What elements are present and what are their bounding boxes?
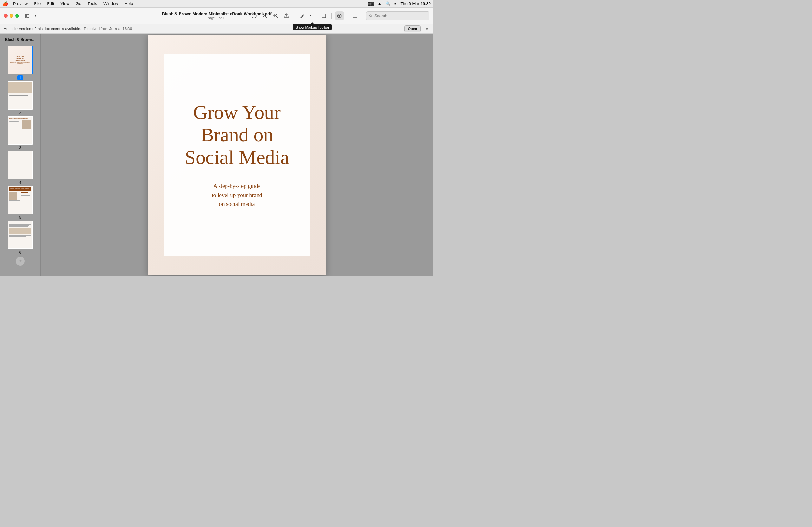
toolbar-right: i ▾ xyxy=(250,11,430,20)
thumb-inner-2 xyxy=(8,82,32,109)
thumb-content-2 xyxy=(8,93,32,98)
menu-view[interactable]: View xyxy=(58,1,72,7)
svg-rect-3 xyxy=(27,17,29,18)
notification-open-button[interactable]: Open xyxy=(404,25,421,32)
thumb-sub-1: A step-by-step guide to level up your br… xyxy=(10,62,31,64)
content-area: Grow YourBrand onSocial Media A step-by-… xyxy=(41,34,433,276)
pdf-page: Grow YourBrand onSocial Media A step-by-… xyxy=(148,34,326,275)
toolbar-separator-2 xyxy=(316,13,316,19)
thumb-lines-4 xyxy=(9,152,31,164)
toolbar-left: ▾ xyxy=(4,11,38,20)
search-icon[interactable]: 🔍 xyxy=(386,1,390,6)
minimize-button[interactable] xyxy=(10,14,13,18)
page-number-6: 6 xyxy=(19,250,21,254)
thumb-wrapper-5: HOW TO CREATE YOUR SOCIAL MEDIA BRANDING xyxy=(8,186,33,214)
thumb-body-3 xyxy=(9,120,31,129)
page-number-3: 3 xyxy=(19,146,21,150)
thumb-line-6e xyxy=(9,236,31,236)
notification-message: An older version of this document is ava… xyxy=(4,27,81,31)
thumb-header-3: What is Social Media Branding xyxy=(9,118,31,119)
pdf-inner: Grow YourBrand onSocial Media A step-by-… xyxy=(164,54,310,256)
thumb-line-6a xyxy=(9,223,27,223)
search-input[interactable] xyxy=(374,13,426,18)
page-number-1: 1 xyxy=(17,75,23,80)
menu-edit[interactable]: Edit xyxy=(44,1,56,7)
thumb-header-5: HOW TO CREATE YOUR SOCIAL MEDIA BRANDING xyxy=(9,187,31,191)
apple-menu[interactable]: 🍎 xyxy=(2,1,8,6)
add-page-button[interactable]: + xyxy=(16,257,25,266)
thumb-line-4c xyxy=(9,157,28,157)
thumbnail-page-4[interactable]: 4 xyxy=(8,151,33,184)
markup-dropdown-button[interactable]: ▾ xyxy=(308,11,313,20)
zoom-in-button[interactable] xyxy=(271,11,280,20)
markup-pen-button[interactable] xyxy=(298,11,306,20)
menu-file[interactable]: File xyxy=(31,1,43,7)
svg-point-18 xyxy=(369,14,372,16)
thumbnail-page-1[interactable]: Grow YourBrand onSocial Media A step-by-… xyxy=(8,46,33,80)
thumb-col-5a xyxy=(9,192,20,202)
menu-tools[interactable]: Tools xyxy=(85,1,100,7)
search-box xyxy=(366,11,430,20)
menu-window[interactable]: Window xyxy=(101,1,120,7)
thumb-line-6b xyxy=(9,224,31,225)
thumb-inner-5: HOW TO CREATE YOUR SOCIAL MEDIA BRANDING xyxy=(8,186,32,214)
thumb-line-6d xyxy=(9,226,28,227)
thumb-orange-5a xyxy=(20,192,28,193)
page-number-4: 4 xyxy=(19,181,21,184)
page-number-5: 5 xyxy=(19,215,21,219)
thumb-text-3d xyxy=(9,122,18,122)
sidebar-toggle-button[interactable] xyxy=(23,11,32,20)
toolbar-title: Blush & Brown Modern Minimalist eBook Wo… xyxy=(162,11,272,20)
menu-go[interactable]: Go xyxy=(73,1,84,7)
thumb-line-4f xyxy=(9,163,26,163)
highlight-button[interactable] xyxy=(335,11,344,20)
svg-rect-13 xyxy=(322,14,326,18)
main-area: Blush & Brown... Grow YourBrand onSocial… xyxy=(0,34,433,276)
thumb-wrapper-1: Grow YourBrand onSocial Media A step-by-… xyxy=(8,46,33,74)
thumb-title-1: Grow YourBrand onSocial Media xyxy=(15,56,25,61)
control-center-icon[interactable]: ≡ xyxy=(394,1,397,6)
thumb-inner-1: Grow YourBrand onSocial Media A step-by-… xyxy=(8,46,32,74)
toolbar-separator-4 xyxy=(347,13,347,19)
resize-button[interactable] xyxy=(319,11,328,20)
pdf-subtitle: A step-by-step guide to level up your br… xyxy=(212,182,262,209)
thumbnail-page-3[interactable]: What is Social Media Branding 3 xyxy=(8,116,33,150)
notification-close-button[interactable]: × xyxy=(424,26,430,31)
thumb-text-2a xyxy=(9,95,29,95)
menu-bar: 🍎 Preview File Edit View Go Tools Window… xyxy=(0,0,433,7)
svg-rect-1 xyxy=(27,14,29,15)
system-time: Thu 6 Mar 16:39 xyxy=(401,1,431,6)
menu-help[interactable]: Help xyxy=(122,1,136,7)
battery-icon: ▓▓ xyxy=(368,1,374,6)
thumb-text-3a xyxy=(9,120,19,120)
svg-line-12 xyxy=(277,17,278,18)
sidebar: Blush & Brown... Grow YourBrand onSocial… xyxy=(0,34,41,276)
share-button[interactable] xyxy=(282,11,291,20)
traffic-lights xyxy=(4,14,19,18)
svg-point-15 xyxy=(338,15,340,17)
thumb-line-4e xyxy=(9,161,31,161)
toolbar-separator-5 xyxy=(363,13,363,19)
thumb-inner-3: What is Social Media Branding xyxy=(8,117,32,144)
thumbnail-page-6[interactable]: 6 xyxy=(8,221,33,254)
thumb-wrapper-4 xyxy=(8,151,33,179)
sidebar-dropdown-button[interactable]: ▾ xyxy=(33,11,38,20)
menu-preview[interactable]: Preview xyxy=(11,1,30,7)
thumb-text-3c xyxy=(9,121,19,122)
thumb-line-2 xyxy=(9,94,23,94)
pdf-subtitle-line1: A step-by-step guide xyxy=(214,183,261,189)
pdf-subtitle-line3: on social media xyxy=(219,201,255,207)
thumbnail-page-2[interactable]: 2 xyxy=(8,81,33,115)
thumb-text-2b xyxy=(9,95,28,96)
close-button[interactable] xyxy=(4,14,8,18)
thumb-img-3 xyxy=(22,120,31,129)
thumb-inner-4 xyxy=(8,151,32,179)
notification-bar: An older version of this document is ava… xyxy=(0,24,433,34)
thumbnail-page-5[interactable]: HOW TO CREATE YOUR SOCIAL MEDIA BRANDING xyxy=(8,186,33,219)
edit-button[interactable] xyxy=(350,11,359,20)
thumb-line-4a xyxy=(9,153,31,153)
thumb-line-6c xyxy=(9,225,29,226)
notification-detail: Received from Julia at 16:36 xyxy=(84,27,132,31)
pdf-main-title: Grow YourBrand onSocial Media xyxy=(185,101,289,169)
maximize-button[interactable] xyxy=(15,14,19,18)
